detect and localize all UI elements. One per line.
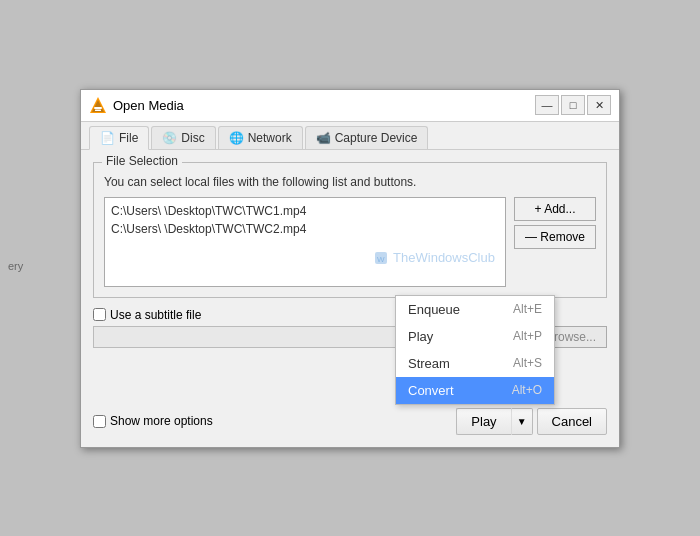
svg-rect-3 xyxy=(95,110,101,112)
subtitle-checkbox[interactable] xyxy=(93,308,106,321)
watermark-icon: W xyxy=(373,250,389,266)
file-item-1: C:\Users\ \Desktop\TWC\TWC1.mp4 xyxy=(109,202,501,220)
convert-shortcut: Alt+O xyxy=(512,383,542,398)
dropdown-item-convert[interactable]: Convert Alt+O xyxy=(396,377,554,404)
tab-disc[interactable]: 💿 Disc xyxy=(151,126,215,149)
tab-file[interactable]: 📄 File xyxy=(89,126,149,150)
minimize-button[interactable]: — xyxy=(535,95,559,115)
file-list-area: C:\Users\ \Desktop\TWC\TWC1.mp4 C:\Users… xyxy=(104,197,596,287)
side-label: ery xyxy=(8,260,23,272)
capture-tab-icon: 📹 xyxy=(316,131,331,145)
vlc-icon xyxy=(89,96,107,114)
title-bar: Open Media — □ ✕ xyxy=(81,90,619,122)
stream-label: Stream xyxy=(408,356,450,371)
dropdown-item-stream[interactable]: Stream Alt+S xyxy=(396,350,554,377)
disc-tab-icon: 💿 xyxy=(162,131,177,145)
file-tab-icon: 📄 xyxy=(100,131,115,145)
enqueue-shortcut: Alt+E xyxy=(513,302,542,317)
remove-button[interactable]: — Remove xyxy=(514,225,596,249)
group-label: File Selection xyxy=(102,154,182,168)
file-list[interactable]: C:\Users\ \Desktop\TWC\TWC1.mp4 C:\Users… xyxy=(104,197,506,287)
svg-rect-2 xyxy=(94,107,102,109)
maximize-button[interactable]: □ xyxy=(561,95,585,115)
file-action-buttons: + Add... — Remove xyxy=(514,197,596,287)
title-buttons: — □ ✕ xyxy=(535,95,611,115)
close-button[interactable]: ✕ xyxy=(587,95,611,115)
add-button[interactable]: + Add... xyxy=(514,197,596,221)
network-tab-icon: 🌐 xyxy=(229,131,244,145)
action-buttons: Play ▼ Cancel Enqueue Alt+E Play Alt+P S… xyxy=(456,408,607,435)
title-left: Open Media xyxy=(89,96,184,114)
tab-disc-label: Disc xyxy=(181,131,204,145)
file-item-2: C:\Users\ \Desktop\TWC\TWC2.mp4 xyxy=(109,220,501,238)
play-label: Play xyxy=(408,329,433,344)
tab-network-label: Network xyxy=(248,131,292,145)
svg-text:W: W xyxy=(377,255,385,264)
cancel-button[interactable]: Cancel xyxy=(537,408,607,435)
watermark-text: TheWindowsClub xyxy=(393,250,495,265)
tab-bar: 📄 File 💿 Disc 🌐 Network 📹 Capture Device xyxy=(81,122,619,150)
show-more-label[interactable]: Show more options xyxy=(93,414,213,428)
show-more-checkbox[interactable] xyxy=(93,415,106,428)
dropdown-menu: Enqueue Alt+E Play Alt+P Stream Alt+S Co… xyxy=(395,295,555,405)
tab-capture[interactable]: 📹 Capture Device xyxy=(305,126,429,149)
window-title: Open Media xyxy=(113,98,184,113)
play-button[interactable]: Play xyxy=(456,408,510,435)
dropdown-item-enqueue[interactable]: Enqueue Alt+E xyxy=(396,296,554,323)
stream-shortcut: Alt+S xyxy=(513,356,542,371)
file-selection-group: File Selection You can select local file… xyxy=(93,162,607,298)
play-shortcut: Alt+P xyxy=(513,329,542,344)
tab-capture-label: Capture Device xyxy=(335,131,418,145)
subtitle-label-text: Use a subtitle file xyxy=(110,308,201,322)
bottom-row: Show more options Play ▼ Cancel Enqueue … xyxy=(81,400,619,447)
dropdown-item-play[interactable]: Play Alt+P xyxy=(396,323,554,350)
tab-network[interactable]: 🌐 Network xyxy=(218,126,303,149)
file-selection-description: You can select local files with the foll… xyxy=(104,175,596,189)
tab-file-label: File xyxy=(119,131,138,145)
svg-rect-4 xyxy=(375,252,387,264)
dropdown-arrow-icon: ▼ xyxy=(517,416,527,427)
convert-label: Convert xyxy=(408,383,454,398)
open-media-window: Open Media — □ ✕ 📄 File 💿 Disc 🌐 Network… xyxy=(80,89,620,448)
show-more-text: Show more options xyxy=(110,414,213,428)
watermark: W TheWindowsClub xyxy=(373,250,495,266)
enqueue-label: Enqueue xyxy=(408,302,460,317)
play-dropdown-button[interactable]: ▼ xyxy=(511,408,533,435)
